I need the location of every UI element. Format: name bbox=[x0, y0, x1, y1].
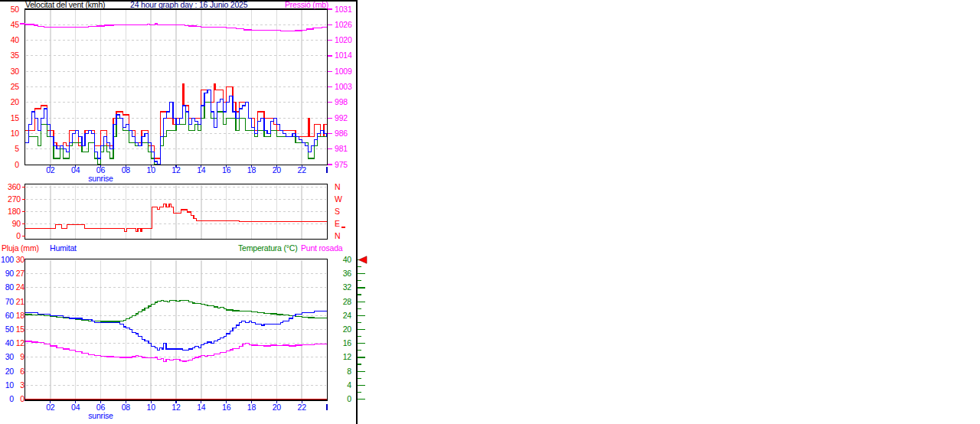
pressure-axis-tick-label: 992 bbox=[335, 113, 348, 122]
legend-dewpoint: Punt rosada bbox=[301, 244, 342, 253]
rain-axis: 302724211815129630 bbox=[16, 255, 25, 403]
rain-axis-tick-label: 30 bbox=[16, 255, 25, 264]
temperature-axis-tick-label: 24 bbox=[343, 311, 352, 320]
temperature-axis-tick-label: 28 bbox=[343, 297, 352, 306]
pressure-axis-tick-label: 1026 bbox=[335, 20, 352, 29]
x-axis-hour-label: 04 bbox=[71, 403, 80, 412]
pressure-axis: 103110261020101410091003998992986981975 bbox=[328, 5, 352, 169]
rain-axis-tick-label: 0 bbox=[20, 394, 24, 403]
wind-direction-chart: 360270180900NWSEN bbox=[8, 182, 345, 240]
legend-rain: Pluja (mm) bbox=[2, 244, 39, 253]
sunrise-label: sunrise bbox=[88, 174, 113, 183]
humidity-axis-tick-label: 70 bbox=[5, 297, 15, 306]
rain-axis-tick-label: 12 bbox=[16, 338, 25, 347]
direction-axis-tick-label: 360 bbox=[8, 182, 21, 191]
compass-axis-tick-label: N bbox=[335, 182, 340, 191]
humidity-axis-tick-label: 50 bbox=[5, 325, 15, 334]
pressure-axis-tick-label: 1031 bbox=[335, 5, 352, 14]
legend-temperature: Temperatura (°C) bbox=[238, 244, 297, 253]
wind-speed-axis-tick-label: 20 bbox=[11, 97, 20, 106]
compass-axis-tick-label: E bbox=[335, 219, 340, 228]
temperature-axis-tick-label: 8 bbox=[347, 367, 351, 376]
temperature-axis-tick-label: 20 bbox=[343, 325, 352, 334]
humidity-axis-tick-label: 90 bbox=[5, 269, 15, 278]
wind-speed-axis-tick-label: 15 bbox=[11, 113, 20, 122]
pressure-axis-tick-label: 998 bbox=[335, 97, 348, 106]
rain-axis-tick-label: 21 bbox=[16, 297, 25, 306]
x-axis-hour-label: 20 bbox=[273, 403, 282, 412]
temperature-axis-tick-label: 4 bbox=[347, 380, 351, 390]
wind-speed-axis-tick-label: 10 bbox=[11, 129, 20, 138]
x-axis-hour-label: 22 bbox=[298, 403, 307, 412]
temperature-axis-tick-label: 12 bbox=[343, 352, 352, 361]
pressure-axis-tick-label: 981 bbox=[335, 144, 348, 153]
rain-axis-tick-label: 24 bbox=[16, 282, 25, 292]
x-axis-hour-label: 12 bbox=[172, 403, 181, 412]
humidity-axis-tick-label: 100 bbox=[1, 255, 14, 264]
humidity-axis: 1009080706050403020100 bbox=[1, 255, 14, 403]
direction-axis-tick-label: 270 bbox=[8, 194, 21, 204]
temperature-max-arrow bbox=[359, 256, 368, 264]
x-axis-hour-label: 18 bbox=[247, 403, 256, 412]
x-axis-hour-label: 10 bbox=[147, 403, 156, 412]
legend-humidity: Humitat bbox=[50, 244, 77, 253]
humidity-axis-tick-label: 20 bbox=[5, 367, 15, 376]
direction-axis-tick-label: 0 bbox=[16, 231, 21, 240]
x-axis-hour-label: 14 bbox=[197, 403, 206, 412]
wind-speed-axis-tick-label: 40 bbox=[11, 35, 20, 44]
compass-axis-tick-label: W bbox=[335, 194, 342, 204]
temperature-axis-tick-label: 36 bbox=[343, 269, 352, 278]
wind-speed-axis-tick-label: 30 bbox=[11, 67, 20, 76]
direction-axis-tick-label: 180 bbox=[8, 207, 21, 216]
x-axis-hour-label: 02 bbox=[46, 403, 55, 412]
temperature-axis-tick-label: 16 bbox=[343, 338, 352, 347]
rain-axis-tick-label: 3 bbox=[20, 380, 24, 390]
rain-axis-tick-label: 27 bbox=[16, 269, 25, 278]
humidity-axis-tick-label: 80 bbox=[5, 282, 15, 292]
x-axis-hour-label: 16 bbox=[222, 403, 231, 412]
humidity-axis-tick-label: 30 bbox=[5, 352, 15, 361]
rain-axis-tick-label: 6 bbox=[20, 367, 24, 376]
pressure-axis-title: Pressió (mb) bbox=[285, 1, 328, 9]
compass-axis: NWSEN bbox=[335, 182, 342, 240]
humidity-axis-tick-label: 0 bbox=[9, 394, 14, 403]
wind-speed-axis-tick-label: 25 bbox=[11, 82, 20, 91]
page-title: 24 hour graph day : 16 Junio 2025 bbox=[130, 1, 247, 9]
weather-station-graph-window: 5045403530252015105010311026102010141009… bbox=[0, 0, 980, 424]
humidity-axis-tick-label: 60 bbox=[5, 311, 15, 320]
pressure-axis-tick-label: 1003 bbox=[335, 82, 352, 91]
wind-speed-axis-title: Velocitat del vent (kmh) bbox=[25, 1, 105, 9]
weather-charts-canvas: 5045403530252015105010311026102010141009… bbox=[0, 0, 375, 424]
rain-axis-tick-label: 15 bbox=[16, 325, 25, 334]
wind-speed-axis-tick-label: 35 bbox=[11, 51, 20, 60]
wind-speed-axis-tick-label: 5 bbox=[15, 144, 19, 153]
rain-axis-tick-label: 9 bbox=[20, 352, 24, 361]
pressure-axis-tick-label: 1014 bbox=[335, 51, 352, 60]
pressure-axis-tick-label: 986 bbox=[335, 129, 348, 138]
wind-speed-axis-tick-label: 45 bbox=[11, 20, 20, 29]
x-axis-hour-label: 08 bbox=[122, 403, 131, 412]
wind-speed-axis-tick-label: 0 bbox=[15, 160, 19, 169]
compass-axis-tick-label: N bbox=[335, 231, 340, 240]
humidity-axis-tick-label: 10 bbox=[5, 380, 15, 390]
pressure-axis-tick-label: 1020 bbox=[335, 35, 352, 44]
temperature-axis-tick-label: 0 bbox=[347, 394, 351, 403]
temperature-axis-tick-label: 32 bbox=[343, 282, 352, 292]
wind-speed-pressure-chart: 5045403530252015105010311026102010141009… bbox=[11, 5, 352, 184]
humidity-axis-tick-label: 40 bbox=[5, 338, 15, 347]
pressure-axis-tick-label: 975 bbox=[335, 160, 348, 169]
rain-humidity-temperature-chart: 1009080706050403020100302724211815129630… bbox=[1, 255, 367, 420]
compass-axis-tick-label: S bbox=[335, 207, 340, 216]
direction-axis: 360270180900 bbox=[8, 182, 25, 240]
temperature-axis-tick-label: 40 bbox=[343, 255, 352, 264]
wind-speed-axis: 50454035302520151050 bbox=[11, 5, 20, 169]
direction-axis-tick-label: 90 bbox=[12, 219, 21, 228]
sunrise-label: sunrise bbox=[88, 411, 113, 420]
pressure-axis-tick-label: 1009 bbox=[335, 67, 352, 76]
rain-axis-tick-label: 18 bbox=[16, 311, 25, 320]
wind-speed-axis-tick-label: 50 bbox=[11, 5, 20, 14]
temperature-axis: 4036322824201612840 bbox=[343, 255, 365, 403]
